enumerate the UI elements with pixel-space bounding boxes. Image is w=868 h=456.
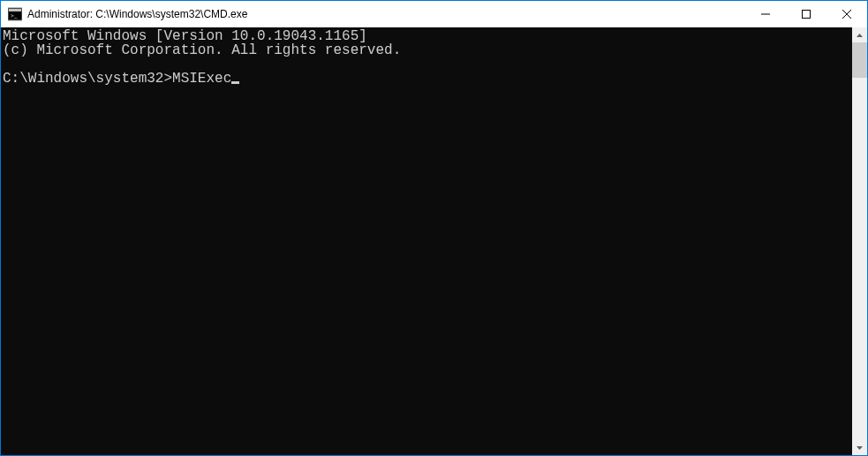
minimize-button[interactable] [745,1,786,27]
window-controls [745,1,867,27]
text-cursor [231,81,239,84]
scroll-up-button[interactable] [852,27,867,42]
titlebar[interactable]: >_ Administrator: C:\Windows\system32\CM… [1,1,867,27]
svg-marker-8 [857,446,863,450]
close-button[interactable] [826,1,867,27]
svg-rect-1 [9,9,21,11]
content-row: Microsoft Windows [Version 10.0.19043.11… [1,27,867,455]
window-title: Administrator: C:\Windows\system32\CMD.e… [27,8,247,20]
svg-text:>_: >_ [11,12,18,19]
scrollbar-thumb[interactable] [852,42,867,78]
prompt-text: C:\Windows\system32> [3,71,172,87]
svg-marker-7 [857,34,863,37]
vertical-scrollbar[interactable] [852,27,867,455]
scrollbar-track[interactable] [852,42,867,440]
terminal-output[interactable]: Microsoft Windows [Version 10.0.19043.11… [1,27,852,455]
cmd-window: >_ Administrator: C:\Windows\system32\CM… [1,1,867,455]
maximize-button[interactable] [786,1,826,27]
command-input[interactable]: MSIExec [172,71,231,87]
cmd-icon: >_ [8,7,22,21]
scroll-down-button[interactable] [852,440,867,455]
copyright-line: (c) Microsoft Corporation. All rights re… [3,42,401,58]
svg-rect-4 [803,11,811,19]
